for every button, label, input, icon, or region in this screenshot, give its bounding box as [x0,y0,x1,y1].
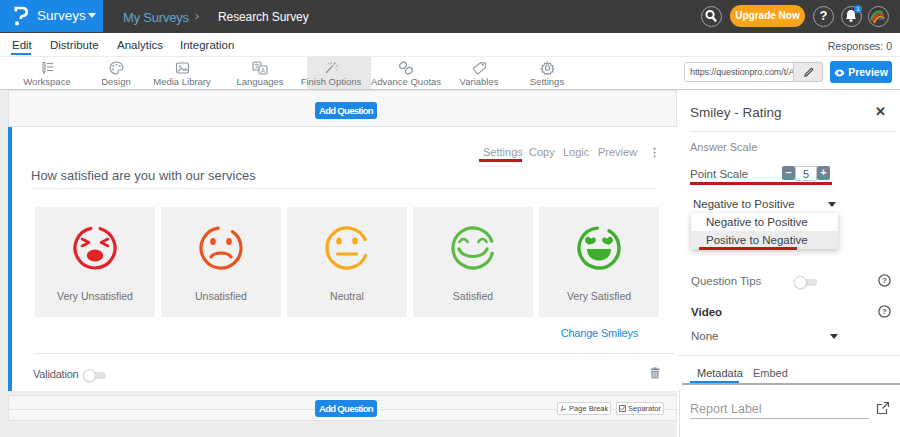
svg-text:文: 文 [254,62,260,69]
svg-text:?: ? [882,276,887,285]
svg-text:A: A [261,67,266,74]
svg-text:?: ? [882,307,887,316]
